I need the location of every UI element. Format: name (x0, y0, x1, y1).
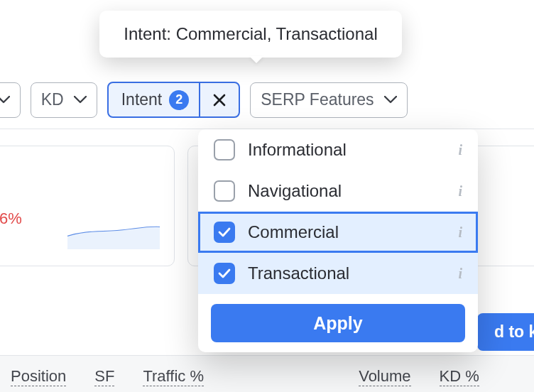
metric-card-traffic[interactable]: c 5.1K -0.6% (0, 146, 175, 266)
intent-tooltip: Intent: Commercial, Transactional (99, 11, 402, 58)
apply-button[interactable]: Apply (211, 304, 465, 342)
chevron-down-icon (0, 96, 10, 104)
info-icon[interactable]: i (458, 266, 462, 282)
th-traffic-pct[interactable]: Traffic % (129, 367, 218, 392)
intent-dropdown: InformationaliNavigationaliCommercialiTr… (198, 129, 478, 352)
intent-tooltip-text: Intent: Commercial, Transactional (124, 24, 377, 44)
checkbox-icon[interactable] (214, 263, 235, 284)
intent-filter-pill[interactable]: Intent 2 (107, 82, 241, 118)
intent-filter-main[interactable]: Intent 2 (109, 83, 200, 116)
th-sf[interactable]: SF (80, 367, 129, 392)
intent-filter-count: 2 (169, 90, 189, 110)
checkbox-icon[interactable] (214, 139, 235, 160)
chevron-down-icon (384, 96, 397, 104)
table-header: Position SF Traffic % spacer spacer Volu… (0, 355, 534, 392)
intent-filter-clear-button[interactable] (199, 83, 239, 116)
sparkline-icon (67, 207, 160, 249)
intent-filter-label: Intent (121, 90, 163, 109)
serp-features-label: SERP Features (261, 90, 374, 109)
info-icon[interactable]: i (458, 224, 462, 241)
intent-option-commercial[interactable]: Commerciali (198, 212, 478, 253)
metric-title: c (0, 160, 157, 181)
cta-text: d to ke (494, 322, 534, 342)
th-position[interactable]: Position (0, 367, 80, 392)
th-volume[interactable]: Volume (344, 367, 425, 392)
checkbox-icon[interactable] (214, 180, 235, 202)
checkbox-icon[interactable] (214, 222, 235, 243)
volume-filter-pill[interactable]: ume (0, 82, 21, 118)
intent-option-label: Commercial (248, 222, 339, 242)
intent-option-navigational[interactable]: Navigationali (198, 170, 478, 212)
apply-button-label: Apply (313, 313, 362, 334)
metric-delta: -0.6% (0, 209, 22, 227)
intent-option-label: Navigational (248, 181, 342, 201)
serp-features-filter-pill[interactable]: SERP Features (250, 82, 407, 118)
intent-option-label: Informational (248, 140, 347, 160)
chevron-down-icon (74, 96, 87, 104)
intent-option-label: Transactional (248, 263, 349, 283)
intent-option-informational[interactable]: Informationali (198, 129, 478, 170)
th-kd-pct[interactable]: KD % (425, 367, 494, 392)
filter-bar: ume KD Intent 2 SERP Features (0, 82, 408, 118)
kd-filter-pill[interactable]: KD (31, 82, 97, 118)
kd-filter-label: KD (41, 90, 64, 109)
info-icon[interactable]: i (458, 183, 462, 200)
info-icon[interactable]: i (458, 142, 462, 158)
intent-option-transactional[interactable]: Transactionali (198, 253, 478, 294)
add-to-keywords-button[interactable]: d to ke (477, 313, 534, 351)
